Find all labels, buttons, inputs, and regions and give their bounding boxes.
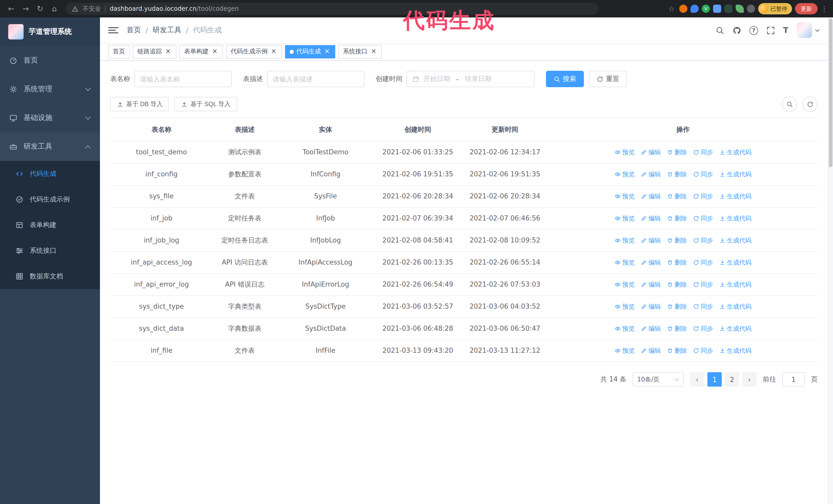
bookmark-star-icon[interactable]: ☆ xyxy=(667,5,676,13)
extension-icon-dark[interactable] xyxy=(724,5,733,13)
search-button[interactable]: 搜索 xyxy=(546,71,584,87)
sidebar-item-system[interactable]: 系统管理 xyxy=(0,75,100,103)
delete-button[interactable]: 删除 xyxy=(667,147,687,158)
delete-button[interactable]: 删除 xyxy=(667,235,687,246)
preview-button[interactable]: 预览 xyxy=(615,345,635,356)
fullscreen-icon[interactable] xyxy=(766,26,775,34)
extensions-puzzle-icon[interactable] xyxy=(747,5,755,13)
sync-button[interactable]: 同步 xyxy=(693,280,713,290)
table-desc-input[interactable] xyxy=(267,71,364,87)
font-size-icon[interactable]: T xyxy=(783,26,788,35)
address-bar[interactable]: 不安全 dashboard.yudao.iocoder.cn/tool/code… xyxy=(66,3,599,15)
sync-button[interactable]: 同步 xyxy=(693,323,713,334)
close-icon[interactable]: × xyxy=(211,48,218,55)
browser-profile-chip[interactable]: 已暂停 xyxy=(758,3,792,14)
extension-icon-green-v[interactable]: V xyxy=(702,5,710,13)
sidebar-toggle-button[interactable] xyxy=(108,27,118,33)
page-scrollbar[interactable] xyxy=(828,18,833,504)
next-page-button[interactable]: › xyxy=(742,372,757,387)
user-menu[interactable] xyxy=(796,23,820,38)
extension-icon-people[interactable] xyxy=(713,5,721,13)
preview-button[interactable]: 预览 xyxy=(615,147,635,158)
tab-trace[interactable]: 链路追踪× xyxy=(133,45,176,58)
table-name-input[interactable] xyxy=(134,71,232,87)
edit-button[interactable]: 编辑 xyxy=(641,257,661,268)
tab-codegen[interactable]: 代码生成× xyxy=(285,45,335,58)
toggle-search-button[interactable] xyxy=(782,96,797,112)
breadcrumb-link[interactable]: 首页 xyxy=(127,26,141,35)
preview-button[interactable]: 预览 xyxy=(615,213,635,223)
breadcrumb-link[interactable]: 研发工具 xyxy=(152,26,181,35)
sync-button[interactable]: 同步 xyxy=(693,302,713,312)
generate-code-button[interactable]: 生成代码 xyxy=(719,213,752,223)
browser-update-button[interactable]: 更新 xyxy=(795,3,818,14)
github-icon[interactable] xyxy=(733,26,741,34)
delete-button[interactable]: 删除 xyxy=(667,345,687,356)
generate-code-button[interactable]: 生成代码 xyxy=(719,345,752,356)
import-db-button[interactable]: 基于 DB 导入 xyxy=(110,97,169,111)
extension-icon-leaf[interactable] xyxy=(736,5,744,13)
sync-button[interactable]: 同步 xyxy=(693,257,713,268)
preview-button[interactable]: 预览 xyxy=(615,257,635,268)
sync-button[interactable]: 同步 xyxy=(693,235,713,246)
generate-code-button[interactable]: 生成代码 xyxy=(719,191,752,201)
browser-reload-button[interactable]: ↻ xyxy=(34,3,46,15)
goto-page-input[interactable] xyxy=(782,372,805,387)
delete-button[interactable]: 删除 xyxy=(667,213,687,223)
close-icon[interactable]: × xyxy=(370,48,377,55)
page-size-select[interactable]: 10条/页 xyxy=(633,372,684,387)
close-icon[interactable]: × xyxy=(324,48,331,55)
import-sql-button[interactable]: 基于 SQL 导入 xyxy=(174,97,237,111)
sync-button[interactable]: 同步 xyxy=(693,147,713,158)
delete-button[interactable]: 删除 xyxy=(667,323,687,334)
scrollbar-thumb[interactable] xyxy=(829,19,832,167)
tab-api[interactable]: 系统接口× xyxy=(338,45,382,58)
close-icon[interactable]: × xyxy=(270,48,277,55)
page-button-2[interactable]: 2 xyxy=(725,372,739,387)
generate-code-button[interactable]: 生成代码 xyxy=(719,147,752,158)
sidebar-item-form-builder[interactable]: 表单构建 xyxy=(0,212,100,238)
browser-forward-button[interactable]: → xyxy=(20,3,32,15)
sync-button[interactable]: 同步 xyxy=(693,213,713,223)
delete-button[interactable]: 删除 xyxy=(667,280,687,290)
edit-button[interactable]: 编辑 xyxy=(641,323,661,334)
search-icon[interactable] xyxy=(716,26,724,34)
sidebar-item-infra[interactable]: 基础设施 xyxy=(0,103,100,132)
generate-code-button[interactable]: 生成代码 xyxy=(719,280,752,290)
extension-icon-blue-drop[interactable] xyxy=(690,5,699,13)
delete-button[interactable]: 删除 xyxy=(667,191,687,201)
browser-menu-icon[interactable]: ⋮ xyxy=(821,5,828,13)
delete-button[interactable]: 删除 xyxy=(667,169,687,179)
tab-form-builder[interactable]: 表单构建× xyxy=(180,45,223,58)
help-icon[interactable]: ? xyxy=(749,26,758,34)
tab-codegen-example[interactable]: 代码生成示例× xyxy=(226,45,282,58)
generate-code-button[interactable]: 生成代码 xyxy=(719,302,752,312)
app-logo[interactable]: 芋道管理系统 xyxy=(0,18,100,46)
extension-icon-orange[interactable] xyxy=(679,5,687,13)
sidebar-item-codegen-example[interactable]: 代码生成示例 xyxy=(0,187,100,212)
browser-home-button[interactable]: ⌂ xyxy=(48,3,61,15)
preview-button[interactable]: 预览 xyxy=(615,302,635,312)
edit-button[interactable]: 编辑 xyxy=(641,213,661,223)
generate-code-button[interactable]: 生成代码 xyxy=(719,323,752,334)
sync-button[interactable]: 同步 xyxy=(693,345,713,356)
preview-button[interactable]: 预览 xyxy=(615,323,635,334)
generate-code-button[interactable]: 生成代码 xyxy=(719,169,752,179)
preview-button[interactable]: 预览 xyxy=(615,235,635,246)
delete-button[interactable]: 删除 xyxy=(667,302,687,312)
sidebar-item-home[interactable]: 首页 xyxy=(0,46,100,75)
edit-button[interactable]: 编辑 xyxy=(641,191,661,201)
tab-home[interactable]: 首页 xyxy=(108,45,130,58)
preview-button[interactable]: 预览 xyxy=(615,280,635,290)
edit-button[interactable]: 编辑 xyxy=(641,235,661,246)
delete-button[interactable]: 删除 xyxy=(667,257,687,268)
preview-button[interactable]: 预览 xyxy=(615,191,635,201)
sync-button[interactable]: 同步 xyxy=(693,191,713,201)
edit-button[interactable]: 编辑 xyxy=(641,169,661,179)
sidebar-item-codegen[interactable]: 代码生成 xyxy=(0,161,100,187)
sync-button[interactable]: 同步 xyxy=(693,169,713,179)
close-icon[interactable]: × xyxy=(165,48,172,55)
edit-button[interactable]: 编辑 xyxy=(641,345,661,356)
sidebar-item-devtools[interactable]: 研发工具 xyxy=(0,132,100,161)
browser-back-button[interactable]: ← xyxy=(5,3,18,15)
